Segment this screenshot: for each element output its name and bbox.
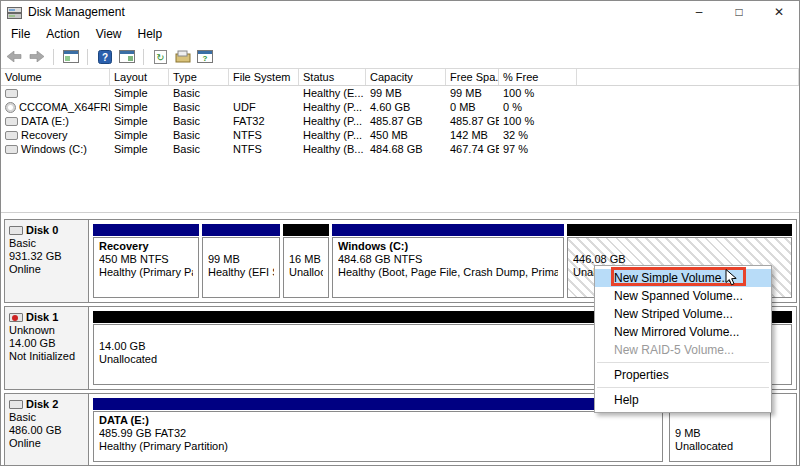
column-header-free-space[interactable]: Free Spa...: [446, 69, 499, 85]
pane-splitter[interactable]: [1, 212, 799, 213]
column-header-pct-free[interactable]: % Free: [499, 69, 577, 85]
disk-type: Basic: [9, 237, 85, 250]
context-menu-item-new-spanned-volume[interactable]: New Spanned Volume...: [595, 287, 771, 305]
partition-tile-recovery[interactable]: Recovery 450 MB NTFS Healthy (Primary Pa…: [93, 224, 199, 298]
volume-row[interactable]: Windows (C:) Simple Basic NTFS Healthy (…: [1, 142, 799, 156]
context-menu-separator: [597, 387, 769, 388]
maximize-button[interactable]: □: [719, 1, 759, 23]
svg-text:?: ?: [202, 54, 207, 63]
properties-icon[interactable]: [173, 48, 192, 65]
partition-tile-efi-system[interactable]: 99 MB Healthy (EFI Sys: [202, 224, 280, 298]
volume-status: Healthy (B...: [299, 143, 366, 155]
volume-status: Healthy (P...: [299, 115, 366, 127]
drive-icon: [5, 89, 18, 98]
partition-color-bar: [202, 224, 280, 236]
column-header-type[interactable]: Type: [169, 69, 229, 85]
volume-status: Healthy (P...: [299, 101, 366, 113]
partition-tile-windows-c[interactable]: Windows (C:) 484.68 GB NTFS Healthy (Boo…: [332, 224, 564, 298]
partition-title: [289, 240, 323, 253]
partition-color-bar: [93, 398, 663, 410]
partition-status: Healthy (Boot, Page File, Crash Dump, Pr…: [338, 266, 558, 279]
menu-help[interactable]: Help: [130, 24, 171, 44]
volume-pct-free: 32 %: [499, 129, 577, 141]
volume-type: Basic: [169, 115, 229, 127]
partition-color-bar: [332, 224, 564, 236]
disk-status: Not Initialized: [9, 350, 85, 363]
volume-free: 0 MB: [446, 101, 499, 113]
console-window-icon[interactable]: [61, 48, 80, 65]
close-button[interactable]: ✕: [759, 1, 799, 23]
unallocated-color-bar: [567, 224, 792, 236]
column-header-file-system[interactable]: File System: [229, 69, 299, 85]
column-header-status[interactable]: Status: [299, 69, 366, 85]
volume-row[interactable]: Recovery Simple Basic NTFS Healthy (P...…: [1, 128, 799, 142]
volume-row[interactable]: Simple Basic Healthy (E... 99 MB 99 MB 1…: [1, 86, 799, 100]
window-controls: – □ ✕: [679, 1, 799, 23]
volume-pct-free: 100 %: [499, 115, 577, 127]
disc-icon: [5, 102, 16, 113]
minimize-button[interactable]: –: [679, 1, 719, 23]
context-menu-item-new-striped-volume[interactable]: New Striped Volume...: [595, 305, 771, 323]
context-menu-item-new-mirrored-volume[interactable]: New Mirrored Volume...: [595, 323, 771, 341]
partition-size: 484.68 GB NTFS: [338, 253, 558, 266]
context-menu-item-new-raid5-volume: New RAID-5 Volume...: [595, 341, 771, 359]
partition-title: [573, 240, 786, 253]
volume-pct-free: 100 %: [499, 87, 577, 99]
disk-name: Disk 2: [26, 398, 58, 411]
window-title: Disk Management: [28, 5, 125, 19]
drive-icon: [5, 145, 18, 154]
forward-icon[interactable]: [27, 48, 46, 65]
volume-row[interactable]: CCCOMA_X64FRE... Simple Basic UDF Health…: [1, 100, 799, 114]
menu-file[interactable]: File: [3, 24, 38, 44]
disk-0-label[interactable]: Disk 0 Basic 931.32 GB Online: [5, 220, 89, 302]
volume-capacity: 4.60 GB: [366, 101, 446, 113]
disk-type: Unknown: [9, 324, 85, 337]
partition-title: DATA (E:): [99, 414, 657, 427]
disk-2-label[interactable]: Disk 2 Basic 486.00 GB Online: [5, 394, 89, 466]
volume-capacity: 485.87 GB: [366, 115, 446, 127]
toolbar-separator: [87, 49, 88, 65]
title-bar: Disk Management – □ ✕: [1, 1, 799, 23]
disk-type: Basic: [9, 411, 85, 424]
context-menu-item-help[interactable]: Help: [595, 391, 771, 409]
toolbar-separator: [143, 49, 144, 65]
column-header-layout[interactable]: Layout: [110, 69, 169, 85]
svg-text:?: ?: [101, 52, 107, 63]
partition-tile-unallocated-16mb[interactable]: 16 MB Unalloca: [283, 224, 329, 298]
menu-view[interactable]: View: [88, 24, 130, 44]
volume-name: DATA (E:): [21, 115, 69, 127]
menu-action[interactable]: Action: [38, 24, 87, 44]
column-header-capacity[interactable]: Capacity: [366, 69, 446, 85]
volume-name: Recovery: [21, 129, 67, 141]
disk-icon: [9, 226, 23, 235]
context-help-icon[interactable]: ?: [195, 48, 214, 65]
partition-size: 485.99 GB FAT32: [99, 427, 657, 440]
disk-1-label[interactable]: Disk 1 Unknown 14.00 GB Not Initialized: [5, 307, 89, 389]
volume-status: Healthy (E...: [299, 87, 366, 99]
back-icon[interactable]: [5, 48, 24, 65]
partition-title: [208, 240, 274, 253]
column-header-volume[interactable]: Volume: [1, 69, 110, 85]
volume-type: Basic: [169, 101, 229, 113]
context-menu: New Simple Volume... New Spanned Volume.…: [594, 265, 772, 413]
volume-name: CCCOMA_X64FRE...: [19, 101, 110, 113]
menu-bar: File Action View Help: [1, 23, 799, 45]
app-icon: [7, 6, 22, 19]
volume-free: 485.87 GB: [446, 115, 499, 127]
partition-tile-data-e[interactable]: DATA (E:) 485.99 GB FAT32 Healthy (Prima…: [93, 398, 663, 462]
volume-free: 99 MB: [446, 87, 499, 99]
volume-list: Volume Layout Type File System Status Ca…: [1, 69, 799, 156]
volume-row[interactable]: DATA (E:) Simple Basic FAT32 Healthy (P.…: [1, 114, 799, 128]
volume-capacity: 450 MB: [366, 129, 446, 141]
partition-status: Healthy (EFI Sys: [208, 266, 274, 279]
partition-title: [675, 414, 765, 427]
help-icon[interactable]: ?: [95, 48, 114, 65]
disk-size: 931.32 GB: [9, 250, 85, 263]
partition-status: Healthy (Primary Part: [99, 266, 193, 279]
refresh-icon[interactable]: ↻: [151, 48, 170, 65]
context-menu-item-properties[interactable]: Properties: [595, 366, 771, 384]
disk-icon: [9, 400, 23, 409]
toolbar-separator: [53, 49, 54, 65]
volume-name: Windows (C:): [21, 143, 87, 155]
console-tree-icon[interactable]: [117, 48, 136, 65]
